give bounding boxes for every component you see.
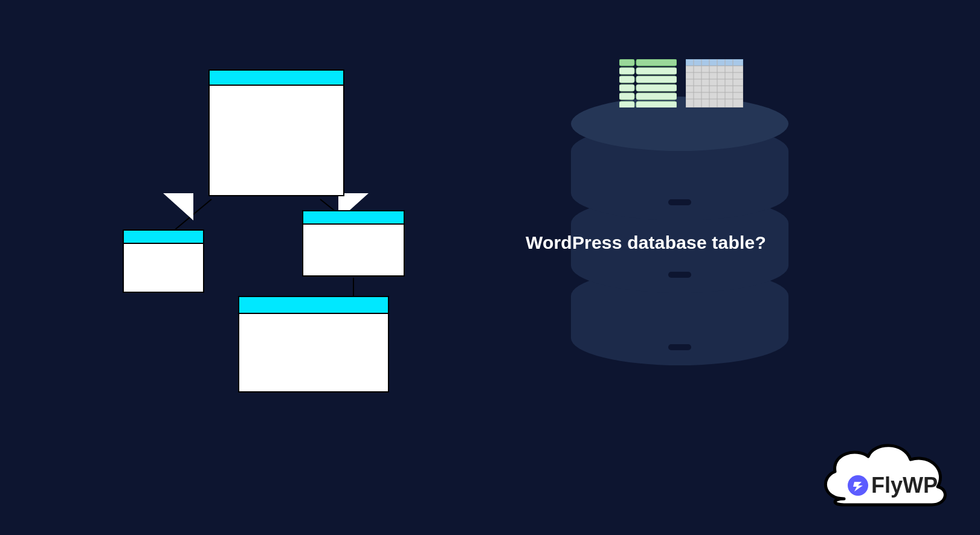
schema-header xyxy=(303,211,404,225)
svg-rect-12 xyxy=(636,93,677,100)
arrow-left xyxy=(163,193,193,220)
db-disc-top xyxy=(571,124,788,220)
svg-rect-7 xyxy=(619,76,634,83)
schema-box-bottom xyxy=(238,296,389,392)
svg-rect-9 xyxy=(619,85,634,91)
schema-box-main xyxy=(208,69,344,196)
green-list-table-icon xyxy=(619,59,677,107)
schema-header xyxy=(124,231,203,244)
page-heading: WordPress database table? xyxy=(526,232,766,253)
diagram-canvas: WordPress database table? FlyWP xyxy=(0,0,980,535)
svg-rect-11 xyxy=(619,93,634,100)
svg-rect-16 xyxy=(686,66,743,107)
flywp-logo-cloud: FlyWP xyxy=(811,432,956,517)
svg-rect-3 xyxy=(619,59,634,66)
blue-grid-table-icon xyxy=(686,59,743,107)
svg-rect-8 xyxy=(636,76,677,83)
svg-rect-6 xyxy=(636,68,677,74)
svg-rect-15 xyxy=(686,59,743,66)
schema-box-right xyxy=(302,210,405,277)
schema-header xyxy=(210,71,343,86)
svg-rect-5 xyxy=(619,68,634,74)
svg-rect-4 xyxy=(636,59,677,66)
db-handle xyxy=(668,199,691,205)
db-handle xyxy=(668,344,691,350)
schema-box-left xyxy=(123,229,204,293)
svg-rect-10 xyxy=(636,85,677,91)
svg-rect-13 xyxy=(619,101,634,107)
db-top-ellipse xyxy=(571,97,788,151)
db-handle xyxy=(668,272,691,278)
logo-text: FlyWP xyxy=(871,473,938,498)
svg-rect-14 xyxy=(636,101,677,107)
schema-header xyxy=(239,297,388,314)
